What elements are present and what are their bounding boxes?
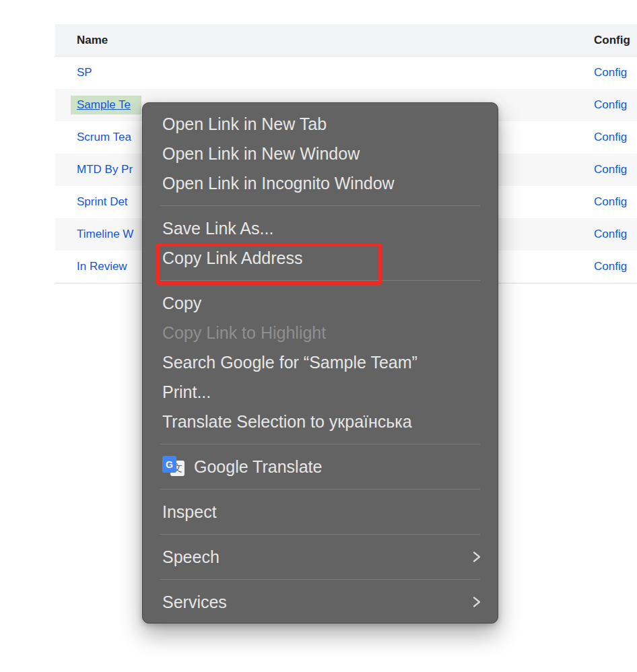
menu-item-label: Open Link in New Window: [162, 144, 360, 164]
name-cell: Timeline W: [55, 228, 133, 241]
report-name-link[interactable]: Timeline W: [77, 228, 133, 240]
report-name-link[interactable]: SP: [77, 66, 92, 79]
report-name-link[interactable]: In Review: [77, 260, 127, 273]
config-link[interactable]: Config: [594, 260, 627, 273]
menu-item-inspect[interactable]: Inspect: [143, 497, 498, 527]
config-link[interactable]: Config: [594, 195, 627, 208]
column-header-config: Config: [594, 34, 630, 47]
menu-item-label: Save Link As...: [162, 219, 273, 238]
table-header-row: Name Config: [55, 24, 637, 57]
menu-item-open-link-in-new-tab[interactable]: Open Link in New Tab: [143, 109, 498, 139]
menu-item-speech[interactable]: Speech: [143, 542, 498, 572]
config-cell: Config: [594, 195, 627, 209]
config-link[interactable]: Config: [594, 131, 627, 143]
report-name-link[interactable]: Scrum Tea: [77, 131, 131, 143]
name-cell: SP: [55, 66, 92, 79]
chevron-right-icon: [472, 594, 481, 610]
menu-separator: [160, 280, 480, 281]
report-name-link[interactable]: MTD By Pr: [77, 163, 133, 176]
menu-item-label: Copy: [162, 294, 201, 313]
menu-item-google-translate[interactable]: 文GGoogle Translate: [143, 452, 498, 481]
config-cell: Config: [594, 98, 627, 112]
name-cell: Sprint Det: [55, 195, 128, 209]
config-cell: Config: [594, 228, 627, 241]
menu-item-save-link-as[interactable]: Save Link As...: [143, 213, 498, 243]
name-cell: In Review: [55, 260, 127, 273]
config-link[interactable]: Config: [594, 163, 627, 176]
column-header-name: Name: [55, 34, 108, 47]
menu-item-label: Google Translate: [194, 457, 322, 477]
menu-item-label: Search Google for “Sample Team”: [162, 353, 417, 372]
name-cell: MTD By Pr: [55, 163, 133, 176]
config-cell: Config: [594, 163, 627, 176]
menu-item-copy[interactable]: Copy: [143, 288, 498, 318]
config-cell: Config: [594, 66, 627, 79]
menu-item-label: Copy Link Address: [162, 248, 302, 268]
menu-item-search-google-for-sample-team[interactable]: Search Google for “Sample Team”: [143, 347, 498, 377]
menu-item-label: Inspect: [162, 502, 217, 522]
menu-separator: [160, 444, 480, 444]
chevron-right-icon: [472, 549, 481, 565]
config-link[interactable]: Config: [594, 66, 627, 79]
name-cell: Sample Te: [55, 98, 141, 112]
menu-item-copy-link-address[interactable]: Copy Link Address: [143, 243, 498, 273]
menu-separator: [160, 534, 480, 535]
menu-item-label: Open Link in Incognito Window: [162, 174, 395, 193]
name-cell: Scrum Tea: [55, 131, 131, 144]
menu-separator: [160, 205, 480, 206]
context-menu: Open Link in New TabOpen Link in New Win…: [142, 102, 498, 624]
menu-separator: [160, 489, 480, 490]
menu-item-copy-link-to-highlight: Copy Link to Highlight: [143, 318, 498, 347]
menu-item-label: Translate Selection to українська: [162, 412, 412, 432]
config-cell: Config: [594, 131, 627, 144]
google-translate-icon: 文G: [162, 456, 185, 477]
menu-item-open-link-in-new-window[interactable]: Open Link in New Window: [143, 139, 498, 168]
menu-separator: [160, 579, 480, 580]
menu-item-label: Speech: [162, 547, 220, 567]
menu-item-label: Print...: [162, 382, 211, 402]
page: Name Config SPConfigSample TeConfigScrum…: [0, 0, 637, 672]
menu-item-open-link-in-incognito-window[interactable]: Open Link in Incognito Window: [143, 168, 498, 198]
menu-item-label: Open Link in New Tab: [162, 114, 327, 134]
config-cell: Config: [594, 260, 627, 273]
table-row: SPConfig: [55, 57, 637, 89]
menu-item-translate-selection-to[interactable]: Translate Selection to українська: [143, 407, 498, 436]
config-link[interactable]: Config: [594, 98, 627, 111]
report-name-link[interactable]: Sprint Det: [77, 195, 128, 208]
menu-item-label: Services: [162, 593, 227, 612]
report-name-link[interactable]: Sample Te: [71, 96, 141, 114]
menu-item-services[interactable]: Services: [143, 587, 498, 617]
config-link[interactable]: Config: [594, 228, 627, 240]
menu-item-print[interactable]: Print...: [143, 377, 498, 407]
menu-item-label: Copy Link to Highlight: [162, 323, 326, 343]
